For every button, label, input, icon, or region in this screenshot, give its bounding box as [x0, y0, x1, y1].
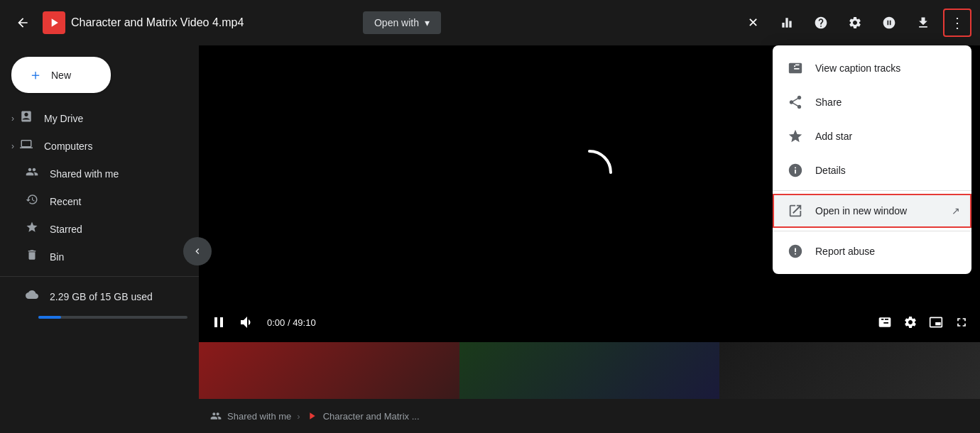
help-button[interactable]	[807, 9, 835, 37]
back-button[interactable]	[9, 9, 37, 37]
recent-icon	[26, 193, 38, 209]
dropdown-menu: View caption tracks Share Add star Detai…	[773, 45, 971, 274]
thumbnail-1	[199, 342, 459, 399]
open-new-window-icon	[787, 202, 804, 219]
subtitles-button[interactable]	[878, 315, 892, 329]
menu-label-open-new-window: Open in new window	[815, 205, 907, 217]
sidebar-item-starred[interactable]: Starred	[0, 215, 187, 243]
share-icon	[787, 94, 804, 111]
menu-label-details: Details	[815, 165, 846, 176]
menu-label-view-caption: View caption tracks	[815, 62, 900, 74]
settings-eq-button[interactable]	[773, 9, 801, 37]
my-drive-icon	[20, 110, 33, 126]
storage-fill	[38, 316, 61, 319]
volume-button[interactable]	[239, 314, 256, 331]
info-icon	[787, 162, 804, 179]
sidebar-item-computers[interactable]: › Computers	[0, 132, 187, 160]
new-label: New	[51, 70, 71, 81]
storage-icon	[26, 288, 38, 305]
menu-label-report-abuse: Report abuse	[815, 246, 875, 257]
menu-item-add-star[interactable]: Add star	[773, 119, 971, 153]
sidebar-item-label-recent: Recent	[50, 196, 81, 207]
breadcrumb-separator: ›	[297, 411, 300, 422]
menu-label-add-star: Add star	[815, 131, 852, 142]
miniplayer-button[interactable]	[929, 315, 943, 329]
more-icon: ⋮	[950, 14, 964, 31]
sidebar-item-label-bin: Bin	[50, 251, 64, 263]
computers-icon	[20, 138, 33, 154]
sidebar-divider	[0, 276, 199, 277]
star-icon	[787, 128, 804, 145]
download-button[interactable]	[909, 9, 937, 37]
sidebar-collapse-button[interactable]	[183, 237, 212, 265]
menu-item-details[interactable]: Details	[773, 153, 971, 187]
play-pause-button[interactable]	[210, 314, 227, 331]
more-options-button[interactable]: ⋮	[943, 9, 971, 37]
caption-tracks-icon	[787, 60, 804, 77]
menu-divider	[773, 190, 971, 191]
account-button[interactable]	[875, 9, 903, 37]
close-icon: ✕	[748, 15, 758, 31]
menu-label-share: Share	[815, 97, 842, 108]
thumbnail-strip	[199, 342, 980, 399]
open-with-button[interactable]: Open with ▾	[363, 11, 441, 34]
time-display: 0:00 / 49:10	[267, 317, 316, 328]
sidebar-wrapper: ＋ New › My Drive › Compu	[0, 45, 199, 433]
file-title: Character and Matrix Video 4.mp4	[71, 16, 357, 29]
breadcrumb: Shared with me › Character and Matrix ..…	[199, 399, 980, 433]
storage-label: 2.29 GB of 15 GB used	[50, 291, 153, 302]
starred-icon	[26, 221, 38, 237]
breadcrumb-folder[interactable]: Character and Matrix ...	[323, 411, 420, 422]
sidebar-item-recent[interactable]: Recent	[0, 187, 187, 215]
shared-with-me-icon	[26, 165, 38, 182]
sidebar-item-label-computers: Computers	[44, 141, 92, 152]
storage-bar	[38, 316, 187, 319]
sidebar-item-label-starred: Starred	[50, 224, 82, 235]
fullscreen-button[interactable]	[954, 315, 969, 329]
breadcrumb-shared[interactable]: Shared with me	[227, 411, 291, 422]
menu-item-report-abuse[interactable]: Report abuse	[773, 234, 971, 268]
open-with-label: Open with	[374, 17, 419, 28]
top-bar: Character and Matrix Video 4.mp4 Open wi…	[0, 0, 980, 45]
expand-icon-computers: ›	[11, 141, 14, 151]
thumbnail-2	[459, 342, 720, 399]
settings-button[interactable]	[841, 9, 869, 37]
cursor-indicator: ↗	[952, 205, 960, 217]
video-controls: 0:00 / 49:10	[199, 302, 980, 342]
sidebar-item-storage[interactable]: 2.29 GB of 15 GB used	[0, 283, 187, 310]
menu-item-open-new-window[interactable]: Open in new window ↗	[773, 194, 971, 228]
report-abuse-icon	[787, 243, 804, 260]
sidebar-item-bin[interactable]: Bin	[0, 243, 187, 270]
sidebar-item-shared-with-me[interactable]: Shared with me	[0, 160, 187, 187]
thumbnail-3	[719, 342, 980, 399]
menu-divider-2	[773, 231, 971, 231]
settings-video-button[interactable]	[903, 315, 918, 329]
sidebar: ＋ New › My Drive › Compu	[0, 45, 199, 327]
expand-icon-my-drive: ›	[11, 114, 14, 124]
close-button[interactable]: ✕	[739, 9, 767, 37]
bin-icon	[26, 248, 38, 265]
sidebar-item-label-shared-with-me: Shared with me	[50, 168, 119, 180]
chevron-down-icon: ▾	[425, 17, 430, 28]
new-button[interactable]: ＋ New	[11, 57, 111, 93]
menu-item-share[interactable]: Share	[773, 85, 971, 119]
plus-icon: ＋	[28, 65, 43, 84]
sidebar-item-label-my-drive: My Drive	[44, 113, 83, 124]
app-icon	[43, 11, 65, 34]
menu-item-view-caption[interactable]: View caption tracks	[773, 51, 971, 85]
sidebar-item-my-drive[interactable]: › My Drive	[0, 104, 187, 132]
